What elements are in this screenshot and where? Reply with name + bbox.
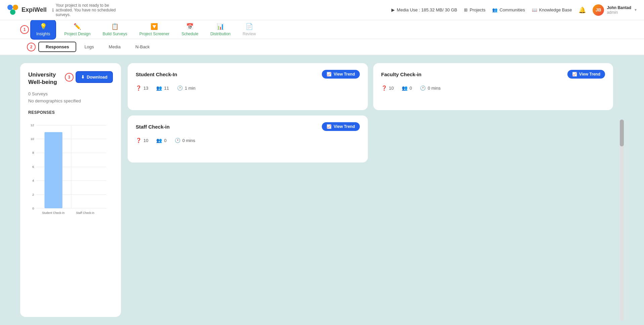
staff-clock-icon: 🕐 [175, 138, 180, 143]
student-duration-value: 1 min [185, 86, 196, 91]
svg-rect-17 [44, 132, 62, 208]
tab-project-design[interactable]: ✏️ Project Design [59, 20, 96, 39]
tab-schedule[interactable]: 📅 Schedule [176, 20, 204, 39]
student-card-title: Student Check-In [136, 72, 177, 77]
play-icon: ▶ [391, 7, 395, 12]
faculty-check-in-card: Faculty Check-in 📈 View Trend ❓ 10 👥 0 [373, 63, 613, 110]
student-check-in-card: Student Check-In 📈 View Trend ❓ 13 👥 11 [128, 63, 368, 110]
projects-nav[interactable]: ⊞ Projects [464, 7, 485, 12]
svg-text:12: 12 [31, 123, 34, 127]
panel-header: University Well-being 3 ⬇ Download [28, 71, 113, 86]
svg-text:4: 4 [32, 179, 34, 182]
student-duration-stat: 🕐 1 min [177, 85, 196, 91]
staff-trend-icon: 📈 [327, 124, 332, 129]
sub-tab-responses[interactable]: Responses [38, 42, 76, 52]
review-icon: 📄 [246, 23, 253, 30]
bell-icon[interactable]: 🔔 [578, 6, 586, 14]
tab-review[interactable]: 📄 Review [237, 20, 261, 39]
knowledge-base-nav[interactable]: 📖 Knowledge Base [532, 7, 572, 12]
responses-label: RESPONSES [28, 110, 113, 115]
student-questions-value: 13 [143, 86, 148, 91]
download-button[interactable]: ⬇ Download [76, 71, 113, 83]
responses-chart: 12 10 8 6 4 2 0 Student Check-In [28, 119, 113, 220]
logo-text: ExpiWell [22, 6, 47, 13]
media-use-label: Media Use : 185.32 MB/ 30 GB [397, 7, 457, 12]
communities-label: Communities [500, 7, 525, 12]
staff-card-stats: ❓ 10 👥 0 🕐 0 mins [136, 138, 360, 143]
warning-message: ℹ Your project is not ready to be activa… [52, 3, 126, 17]
faculty-card-title: Faculty Check-in [381, 72, 422, 77]
left-panel: University Well-being 3 ⬇ Download 0 Sur… [20, 63, 121, 317]
tab-distribution[interactable]: 📊 Distribution [205, 20, 236, 39]
chevron-down-icon[interactable]: ▼ [634, 8, 637, 12]
faculty-clock-icon: 🕐 [420, 85, 426, 91]
faculty-duration-stat: 🕐 0 mins [420, 85, 440, 91]
trend-chart-icon: 📈 [327, 72, 332, 77]
student-questions-stat: ❓ 13 [136, 85, 148, 91]
distribution-icon: 📊 [217, 23, 224, 30]
tab-project-design-label: Project Design [64, 32, 90, 36]
staff-duration-value: 0 mins [182, 138, 195, 143]
tab-project-screener[interactable]: 🔽 Project Screener [134, 20, 175, 39]
chart-container: 12 10 8 6 4 2 0 Student Check-In [28, 119, 113, 220]
sub-tab-media[interactable]: Media [102, 42, 127, 51]
projects-label: Projects [470, 7, 485, 12]
insights-icon: 💡 [40, 23, 47, 30]
avatar: JB [593, 4, 604, 16]
step-badge-2: 2 [27, 43, 36, 51]
knowledge-base-label: Knowledge Base [539, 7, 572, 12]
user-info: John Bantad admin [607, 5, 631, 15]
faculty-card-header: Faculty Check-in 📈 View Trend [381, 70, 605, 79]
project-screener-icon: 🔽 [151, 23, 158, 30]
faculty-view-trend-button[interactable]: 📈 View Trend [567, 70, 605, 79]
survey-cards-row-2: Staff Check-in 📈 View Trend ❓ 10 👥 0 [128, 115, 613, 162]
student-view-trend-button[interactable]: 📈 View Trend [322, 70, 359, 79]
faculty-trend-icon: 📈 [572, 72, 577, 77]
clock-icon: 🕐 [177, 85, 183, 91]
tab-insights-label: Insights [36, 32, 50, 36]
faculty-card-stats: ❓ 10 👥 0 🕐 0 mins [381, 85, 605, 91]
tab-schedule-label: Schedule [181, 32, 198, 36]
schedule-icon: 📅 [186, 23, 194, 30]
expiwell-logo-icon [7, 4, 19, 16]
staff-questions-value: 10 [143, 138, 148, 143]
sub-tab-n-back[interactable]: N-Back [129, 42, 157, 51]
tab-review-label: Review [243, 32, 256, 36]
download-label: Download [87, 75, 108, 80]
media-use: ▶ Media Use : 185.32 MB/ 30 GB [391, 7, 457, 12]
projects-icon: ⊞ [464, 7, 468, 12]
faculty-questions-value: 10 [389, 86, 394, 91]
tab-distribution-label: Distribution [210, 32, 230, 36]
info-icon: ℹ [52, 7, 54, 13]
svg-text:8: 8 [32, 151, 34, 155]
svg-text:Staff Check-in: Staff Check-in [76, 211, 94, 215]
staff-card-title: Staff Check-in [136, 124, 170, 130]
svg-text:6: 6 [32, 165, 34, 169]
staff-view-trend-button[interactable]: 📈 View Trend [322, 122, 359, 131]
svg-text:2: 2 [32, 193, 34, 196]
tab-build-surveys[interactable]: 📋 Build Surveys [97, 20, 132, 39]
faculty-question-icon: ❓ [381, 85, 387, 91]
project-design-icon: ✏️ [74, 23, 81, 30]
logo-area: ExpiWell [7, 4, 47, 16]
question-icon: ❓ [136, 85, 141, 91]
build-surveys-icon: 📋 [111, 23, 119, 30]
staff-participants-value: 0 [164, 138, 166, 143]
right-panel: Student Check-In 📈 View Trend ❓ 13 👥 11 [128, 63, 613, 317]
faculty-duration-value: 0 mins [428, 86, 440, 91]
scrollbar-track[interactable] [620, 120, 624, 321]
student-view-trend-label: View Trend [334, 72, 355, 77]
faculty-participants-stat: 👥 0 [402, 85, 412, 91]
sub-tab-logs[interactable]: Logs [78, 42, 100, 51]
faculty-questions-stat: ❓ 10 [381, 85, 394, 91]
demographics-text: No demographics specified [28, 98, 113, 103]
communities-nav[interactable]: 👥 Communities [492, 7, 525, 12]
user-role: admin [607, 10, 631, 15]
student-participants-value: 11 [164, 86, 169, 91]
tab-insights[interactable]: 💡 Insights [30, 19, 56, 40]
warning-text: Your project is not ready to be activate… [56, 3, 126, 17]
faculty-view-trend-label: View Trend [579, 72, 600, 77]
header: ExpiWell ℹ Your project is not ready to … [0, 0, 644, 20]
svg-point-2 [10, 9, 15, 15]
scrollbar-thumb[interactable] [620, 120, 624, 146]
